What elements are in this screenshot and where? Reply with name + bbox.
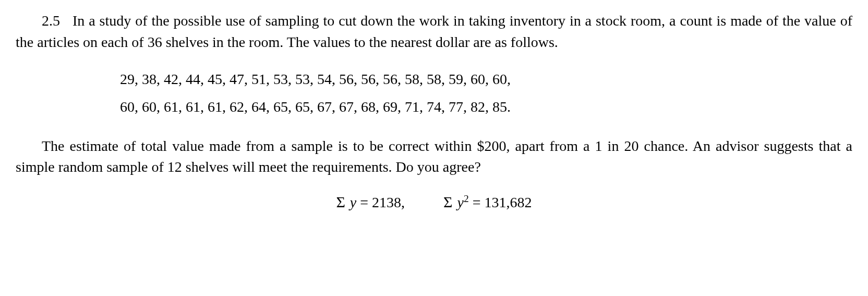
sigma-symbol-1: Σ xyxy=(336,193,345,210)
sum-y2-superscript: 2 xyxy=(464,193,469,204)
sum-y2-variable: y xyxy=(457,194,464,210)
sigma-symbol-2: Σ xyxy=(443,193,452,210)
data-values-block: 29, 38, 42, 44, 45, 47, 51, 53, 53, 54, … xyxy=(120,65,800,121)
data-line-2: 60, 60, 61, 61, 61, 62, 64, 65, 65, 67, … xyxy=(120,93,800,121)
sum-y-variable: y xyxy=(350,194,356,210)
problem-paragraph-1: 2.5In a study of the possible use of sam… xyxy=(16,10,852,53)
problem-number: 2.5 xyxy=(42,13,60,29)
sum-y2-value: = 131,682 xyxy=(469,194,532,210)
paragraph-1-text: In a study of the possible use of sampli… xyxy=(16,13,852,50)
problem-paragraph-2: The estimate of total value made from a … xyxy=(16,136,852,178)
equation-block: Σ y = 2138, Σ y2 = 131,682 xyxy=(16,191,852,214)
sum-y-value: = 2138, xyxy=(356,194,405,210)
data-line-1: 29, 38, 42, 44, 45, 47, 51, 53, 53, 54, … xyxy=(120,65,800,93)
paragraph-2-text: The estimate of total value made from a … xyxy=(16,138,852,175)
